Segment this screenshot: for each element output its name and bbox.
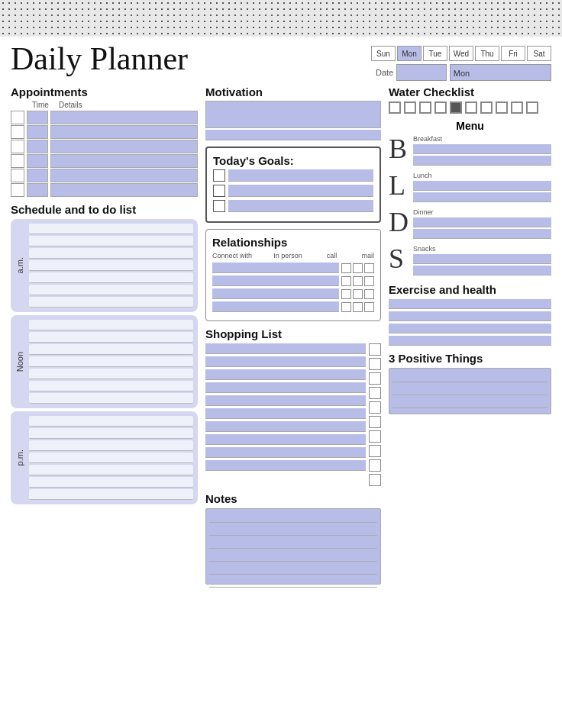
water-check[interactable] xyxy=(389,101,401,114)
rel-name[interactable] xyxy=(212,288,339,299)
exercise-line[interactable] xyxy=(389,336,551,346)
shop-check[interactable] xyxy=(369,372,381,385)
water-check[interactable] xyxy=(480,101,493,114)
appt-time[interactable] xyxy=(27,154,48,168)
rel-check-mail[interactable] xyxy=(364,276,374,286)
appt-checkbox[interactable] xyxy=(11,125,24,139)
shop-check[interactable] xyxy=(369,416,381,428)
water-check[interactable] xyxy=(434,101,447,114)
schedule-line[interactable] xyxy=(29,332,193,343)
appt-time[interactable] xyxy=(27,169,48,182)
rel-check-inperson[interactable] xyxy=(341,276,351,286)
schedule-line[interactable] xyxy=(29,381,193,391)
appt-checkbox[interactable] xyxy=(11,140,24,153)
shop-check[interactable] xyxy=(369,430,381,443)
shopping-line[interactable] xyxy=(205,421,366,432)
meal-line[interactable] xyxy=(413,266,551,275)
schedule-line[interactable] xyxy=(29,344,193,355)
rel-check-inperson[interactable] xyxy=(341,263,351,273)
water-check[interactable] xyxy=(526,101,538,114)
shop-check[interactable] xyxy=(369,387,381,399)
schedule-line[interactable] xyxy=(29,285,193,295)
shop-check[interactable] xyxy=(369,445,381,457)
rel-name[interactable] xyxy=(212,275,339,286)
schedule-line[interactable] xyxy=(29,369,193,379)
appt-checkbox[interactable] xyxy=(11,169,24,182)
schedule-line[interactable] xyxy=(29,260,193,271)
appt-time[interactable] xyxy=(27,111,48,124)
shopping-line[interactable] xyxy=(205,408,366,419)
appt-time[interactable] xyxy=(27,125,48,139)
rel-check-call[interactable] xyxy=(353,263,363,273)
water-check[interactable] xyxy=(404,101,416,114)
goal-line[interactable] xyxy=(228,169,373,182)
schedule-line[interactable] xyxy=(29,453,193,463)
appt-detail[interactable] xyxy=(50,154,198,168)
schedule-line[interactable] xyxy=(29,416,193,427)
rel-check-call[interactable] xyxy=(353,302,363,312)
appt-detail[interactable] xyxy=(50,140,198,153)
meal-line[interactable] xyxy=(413,229,551,239)
rel-check-call[interactable] xyxy=(353,276,363,286)
goal-line[interactable] xyxy=(228,200,373,212)
meal-line[interactable] xyxy=(413,144,551,154)
positive-box[interactable] xyxy=(389,368,551,414)
meal-line[interactable] xyxy=(413,192,551,202)
rel-name[interactable] xyxy=(212,263,339,273)
water-check[interactable] xyxy=(419,101,431,114)
goal-checkbox[interactable] xyxy=(213,169,225,182)
rel-name[interactable] xyxy=(212,301,339,312)
rel-check-mail[interactable] xyxy=(364,302,374,312)
shop-check[interactable] xyxy=(369,358,381,370)
exercise-line[interactable] xyxy=(389,324,551,333)
schedule-line[interactable] xyxy=(29,477,193,488)
water-check[interactable] xyxy=(511,101,523,114)
shopping-line[interactable] xyxy=(205,460,366,471)
exercise-line[interactable] xyxy=(389,311,551,321)
shopping-line[interactable] xyxy=(205,343,366,354)
exercise-line[interactable] xyxy=(389,299,551,309)
appt-checkbox[interactable] xyxy=(11,183,24,197)
meal-line[interactable] xyxy=(413,156,551,166)
appt-detail[interactable] xyxy=(50,125,198,139)
schedule-line[interactable] xyxy=(29,320,193,330)
shop-check[interactable] xyxy=(369,474,381,486)
shopping-line[interactable] xyxy=(205,447,366,458)
meal-line[interactable] xyxy=(413,217,551,227)
appt-time[interactable] xyxy=(27,140,48,153)
goal-checkbox[interactable] xyxy=(213,200,225,212)
shopping-line[interactable] xyxy=(205,382,366,393)
appt-checkbox[interactable] xyxy=(11,154,24,168)
appt-detail[interactable] xyxy=(50,169,198,182)
date-day-box[interactable]: Mon xyxy=(450,64,551,81)
meal-line[interactable] xyxy=(413,181,551,191)
goal-line[interactable] xyxy=(228,185,373,197)
shop-check[interactable] xyxy=(369,401,381,414)
appt-time[interactable] xyxy=(27,183,48,197)
rel-check-mail[interactable] xyxy=(364,263,374,273)
goal-checkbox[interactable] xyxy=(213,185,225,197)
motivation-line[interactable] xyxy=(205,130,381,140)
meal-line[interactable] xyxy=(413,254,551,264)
shopping-line[interactable] xyxy=(205,434,366,445)
schedule-line[interactable] xyxy=(29,224,193,234)
water-check[interactable] xyxy=(465,101,477,114)
shopping-line[interactable] xyxy=(205,369,366,380)
appt-detail[interactable] xyxy=(50,111,198,124)
rel-check-inperson[interactable] xyxy=(341,289,351,299)
schedule-line[interactable] xyxy=(29,489,193,500)
appt-checkbox[interactable] xyxy=(11,111,24,124)
schedule-line[interactable] xyxy=(29,272,193,283)
schedule-line[interactable] xyxy=(29,248,193,259)
rel-check-inperson[interactable] xyxy=(341,302,351,312)
rel-check-call[interactable] xyxy=(353,289,363,299)
motivation-box[interactable] xyxy=(205,101,381,128)
water-check-filled[interactable] xyxy=(450,101,462,114)
schedule-line[interactable] xyxy=(29,297,193,308)
rel-check-mail[interactable] xyxy=(364,289,374,299)
shop-check[interactable] xyxy=(369,343,381,356)
schedule-line[interactable] xyxy=(29,393,193,404)
shopping-line[interactable] xyxy=(205,356,366,367)
notes-box[interactable] xyxy=(205,508,381,585)
schedule-line[interactable] xyxy=(29,428,193,439)
